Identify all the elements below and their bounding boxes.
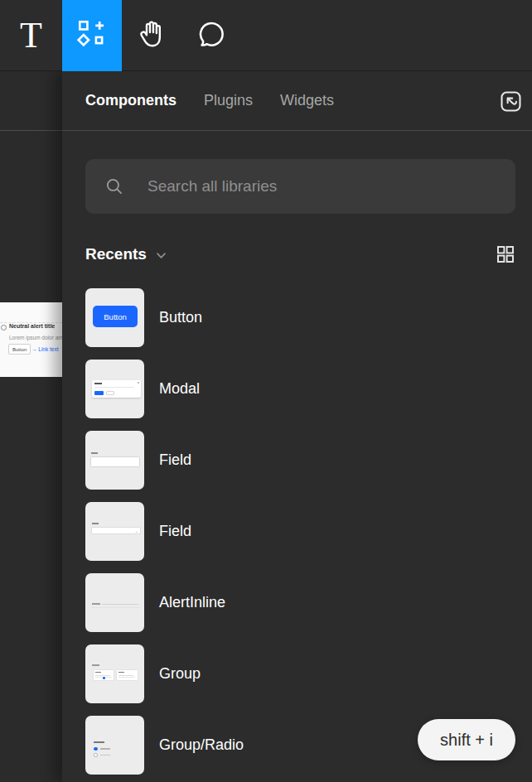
- hand-tool-button[interactable]: [122, 0, 181, 71]
- popout-icon: [498, 89, 524, 114]
- resources-icon: [77, 19, 107, 52]
- component-thumbnail: [85, 431, 144, 490]
- component-label: Group: [159, 665, 201, 683]
- component-thumbnail: [85, 644, 144, 703]
- component-label: Button: [159, 309, 202, 326]
- recents-title[interactable]: Recents: [85, 245, 147, 263]
- recents-header: Recents: [85, 244, 515, 265]
- alert-link: → Link text: [31, 346, 59, 352]
- component-label: Group/Radio: [159, 736, 244, 754]
- list-item-group[interactable]: Group: [62, 644, 532, 703]
- search-icon: [104, 176, 125, 197]
- component-thumbnail: [85, 360, 144, 418]
- canvas-guide-line: [0, 130, 62, 131]
- component-thumbnail: [85, 573, 144, 632]
- thumbnail-button-preview: Button: [93, 306, 138, 327]
- component-label: AlertInline: [159, 594, 225, 611]
- toolbar: T: [0, 0, 532, 71]
- alert-button: Button: [8, 344, 31, 355]
- grid-view-icon: [496, 244, 515, 264]
- list-item-field-select[interactable]: ⌄ Field: [62, 502, 532, 561]
- canvas-alert-component[interactable]: Neutral alert title Lorem ipsum dolor am…: [0, 302, 62, 377]
- component-list: Button Button Modal Field ⌄: [62, 288, 532, 775]
- tab-plugins[interactable]: Plugins: [204, 92, 253, 109]
- tab-widgets[interactable]: Widgets: [280, 92, 334, 109]
- grid-view-toggle[interactable]: [496, 244, 515, 264]
- text-tool-icon: T: [20, 17, 42, 54]
- component-label: Field: [159, 451, 191, 469]
- comment-tool-icon: [196, 18, 227, 53]
- search-bar[interactable]: [85, 159, 515, 214]
- popout-button[interactable]: [497, 88, 524, 114]
- panel-header: Components Plugins Widgets: [62, 71, 532, 131]
- list-item-button[interactable]: Button Button: [62, 288, 532, 347]
- shortcut-hint-badge[interactable]: shift + i: [418, 719, 515, 760]
- list-item-modal[interactable]: Modal: [62, 360, 532, 418]
- resources-panel: Components Plugins Widgets Recents: [62, 71, 532, 782]
- search-input[interactable]: [148, 177, 515, 196]
- list-item-alertinline[interactable]: AlertInline: [62, 573, 532, 632]
- component-thumbnail: ⌄: [85, 502, 144, 561]
- alert-body: Lorem ipsum dolor amet consect: [9, 335, 62, 340]
- resources-tool-button[interactable]: [62, 0, 122, 71]
- hand-tool-icon: [136, 18, 167, 53]
- component-label: Modal: [159, 380, 200, 398]
- text-tool-button[interactable]: T: [0, 0, 62, 71]
- component-thumbnail: Button: [85, 288, 144, 347]
- canvas-area[interactable]: Neutral alert title Lorem ipsum dolor am…: [0, 71, 62, 782]
- list-item-field[interactable]: Field: [62, 431, 532, 490]
- tab-components[interactable]: Components: [85, 92, 177, 109]
- chevron-down-icon[interactable]: [156, 252, 167, 259]
- info-icon: [1, 325, 7, 331]
- comment-tool-button[interactable]: [181, 0, 241, 71]
- alert-title: Neutral alert title: [9, 323, 55, 329]
- component-thumbnail: [85, 716, 144, 775]
- component-label: Field: [159, 523, 191, 540]
